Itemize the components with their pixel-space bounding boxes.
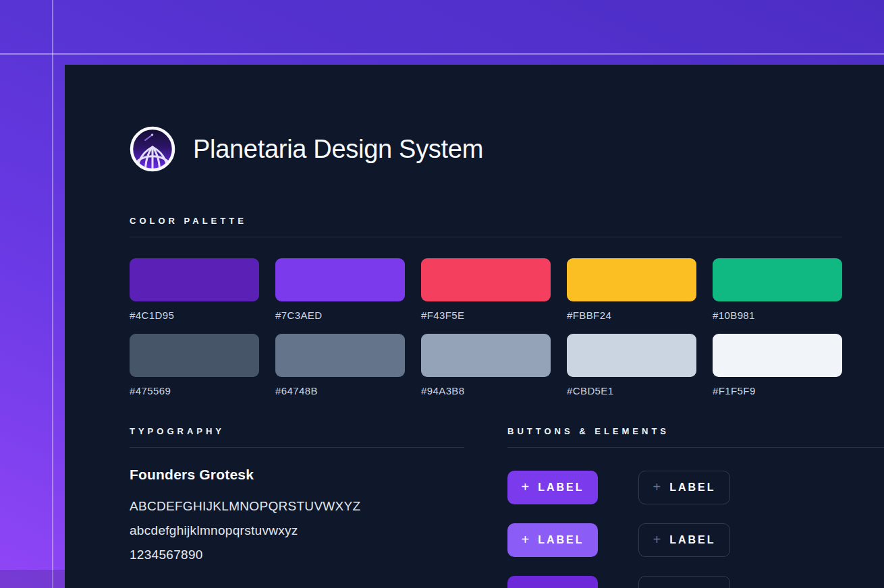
button-row: + LABEL + LABEL bbox=[507, 576, 730, 588]
button-row: + LABEL + LABEL bbox=[507, 471, 730, 504]
swatch-hex-label: #4C1D95 bbox=[130, 310, 259, 321]
color-swatch bbox=[130, 258, 259, 301]
swatch-hex-label: #475569 bbox=[130, 385, 259, 396]
button-label: LABEL bbox=[538, 534, 584, 546]
horizontal-guide-line bbox=[0, 53, 884, 55]
plus-icon: + bbox=[521, 532, 529, 548]
swatch-cell: #7C3AED bbox=[275, 258, 405, 321]
plus-icon: + bbox=[521, 585, 529, 588]
label-button-filled[interactable]: + LABEL bbox=[507, 471, 598, 504]
plus-icon: + bbox=[653, 532, 661, 548]
specimen-numerals: 1234567890 bbox=[130, 548, 360, 562]
swatch-cell: #FBBF24 bbox=[567, 258, 696, 321]
swatch-hex-label: #FBBF24 bbox=[567, 310, 696, 321]
button-label: LABEL bbox=[669, 481, 715, 494]
swatch-row-top: #4C1D95 #7C3AED #F43F5E #FBBF24 #10B981 bbox=[130, 258, 842, 321]
swatch-hex-label: #CBD5E1 bbox=[567, 385, 696, 396]
specimen-lowercase: abcdefghijklmnopqrstuvwxyz bbox=[130, 524, 360, 537]
swatch-hex-label: #7C3AED bbox=[275, 310, 405, 321]
button-label: LABEL bbox=[538, 481, 584, 494]
planetaria-logo-icon bbox=[130, 126, 175, 172]
color-swatch bbox=[275, 258, 405, 301]
brand-header: Planetaria Design System bbox=[130, 126, 483, 172]
button-row: + LABEL + LABEL bbox=[507, 523, 730, 557]
font-name: Founders Grotesk bbox=[130, 467, 254, 483]
swatch-cell: #10B981 bbox=[713, 258, 842, 321]
swatch-cell: #64748B bbox=[275, 334, 405, 396]
color-palette-heading: COLOR PALETTE bbox=[130, 216, 247, 226]
type-specimen: ABCDEFGHIJKLMNOPQRSTUVWXYZ abcdefghijklm… bbox=[130, 500, 360, 572]
color-swatch bbox=[713, 334, 842, 377]
label-button-filled[interactable]: + LABEL bbox=[507, 576, 598, 588]
design-system-artboard: Planetaria Design System COLOR PALETTE #… bbox=[65, 65, 884, 588]
swatch-hex-label: #64748B bbox=[275, 385, 405, 396]
page-title: Planetaria Design System bbox=[193, 135, 483, 164]
swatch-cell: #F1F5F9 bbox=[713, 334, 842, 396]
plus-icon: + bbox=[653, 585, 661, 588]
swatch-hex-label: #94A3B8 bbox=[421, 385, 551, 396]
color-swatch bbox=[130, 334, 259, 377]
swatch-hex-label: #F1F5F9 bbox=[713, 385, 842, 396]
typography-heading: TYPOGRAPHY bbox=[130, 426, 225, 436]
color-swatch bbox=[567, 334, 696, 377]
color-swatch bbox=[421, 258, 551, 301]
label-button-outline[interactable]: + LABEL bbox=[638, 576, 730, 588]
color-swatch bbox=[713, 258, 842, 301]
buttons-divider bbox=[507, 447, 884, 448]
swatch-cell: #475569 bbox=[130, 334, 259, 396]
palette-divider bbox=[130, 237, 842, 237]
color-swatch bbox=[567, 258, 696, 301]
vertical-guide-line bbox=[52, 0, 53, 588]
backdrop-band bbox=[0, 570, 65, 588]
swatch-cell: #F43F5E bbox=[421, 258, 551, 321]
label-button-outline[interactable]: + LABEL bbox=[638, 471, 730, 504]
swatch-hex-label: #10B981 bbox=[713, 310, 842, 321]
specimen-uppercase: ABCDEFGHIJKLMNOPQRSTUVWXYZ bbox=[130, 500, 360, 513]
swatch-cell: #CBD5E1 bbox=[567, 334, 696, 396]
buttons-elements-heading: BUTTONS & ELEMENTS bbox=[507, 426, 669, 436]
button-label: LABEL bbox=[669, 534, 715, 546]
color-swatch bbox=[275, 334, 405, 377]
typography-divider bbox=[130, 447, 464, 448]
plus-icon: + bbox=[653, 479, 661, 495]
swatch-row-bottom: #475569 #64748B #94A3B8 #CBD5E1 #F1F5F9 bbox=[130, 334, 842, 396]
color-swatch bbox=[421, 334, 551, 377]
swatch-cell: #4C1D95 bbox=[130, 258, 259, 321]
label-button-filled[interactable]: + LABEL bbox=[507, 523, 598, 557]
label-button-outline[interactable]: + LABEL bbox=[638, 523, 730, 557]
plus-icon: + bbox=[521, 479, 529, 495]
swatch-cell: #94A3B8 bbox=[421, 334, 551, 396]
swatch-hex-label: #F43F5E bbox=[421, 310, 551, 321]
